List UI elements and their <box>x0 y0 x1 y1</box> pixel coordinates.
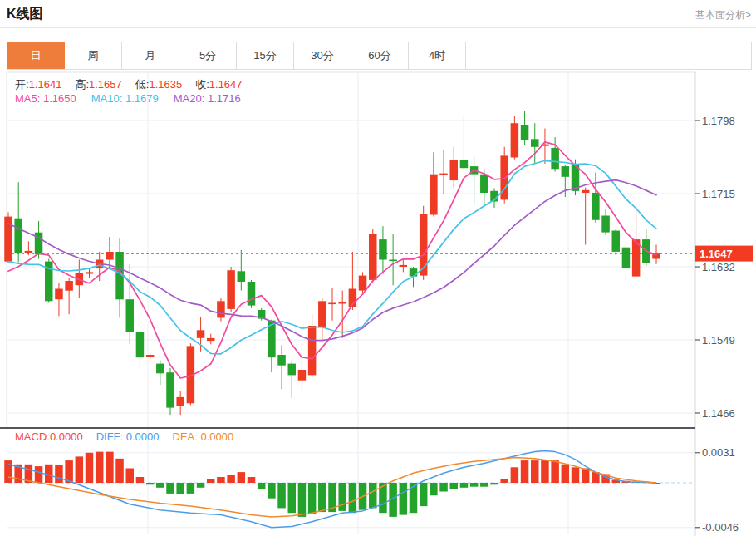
candles-layer <box>4 111 660 415</box>
panel-borders <box>0 72 695 536</box>
high-label: 高: <box>75 78 89 91</box>
svg-text:1.1466: 1.1466 <box>702 407 735 420</box>
close-value: 1.1647 <box>209 78 243 91</box>
ma-readout: MA5: 1.1650MA10: 1.1679MA20: 1.1716 <box>15 92 241 105</box>
svg-text:1.1647: 1.1647 <box>700 248 733 260</box>
ma5-readout: MA5: 1.1650 <box>15 92 76 105</box>
ma10-line <box>8 160 656 353</box>
kline-page: K线图 基本面分析> 日周月5分15分30分60分4时 开:1.1641高:1.… <box>0 0 756 536</box>
ma5-line <box>8 142 656 378</box>
macd-readout: MACD:0.0000DIFF: 0.0000DEA: 0.0000 <box>15 430 233 443</box>
open-label: 开: <box>15 78 29 91</box>
close-label: 收: <box>195 78 209 91</box>
svg-text:1.1715: 1.1715 <box>702 188 735 200</box>
svg-text:0.0031: 0.0031 <box>702 446 735 459</box>
macd-value-readout: MACD:0.0000 <box>15 430 83 443</box>
svg-text:1.1632: 1.1632 <box>702 261 735 273</box>
y-axis-labels: 1.17981.17151.16321.15491.1466 <box>695 115 735 420</box>
high-value: 1.1657 <box>89 78 122 91</box>
macd-axis-labels: 0.0031-0.0046 <box>695 446 739 534</box>
dea-value-readout: DEA: 0.0000 <box>173 430 234 443</box>
macd-histogram <box>4 452 660 517</box>
ma20-readout: MA20: 1.1716 <box>174 92 241 105</box>
svg-text:1.1549: 1.1549 <box>702 334 735 347</box>
diff-value-readout: DIFF: 0.0000 <box>96 430 160 443</box>
ohlc-readout: 开:1.1641高:1.1657低:1.1635收:1.1647 <box>15 77 256 92</box>
ma10-readout: MA10: 1.1679 <box>91 92 159 105</box>
svg-text:-0.0046: -0.0046 <box>702 521 739 534</box>
low-label: 低: <box>135 78 150 91</box>
current-price-badge: 1.1647 <box>695 246 753 262</box>
low-value: 1.1635 <box>149 78 182 91</box>
open-value: 1.1641 <box>29 78 62 91</box>
svg-text:1.1798: 1.1798 <box>702 115 735 127</box>
